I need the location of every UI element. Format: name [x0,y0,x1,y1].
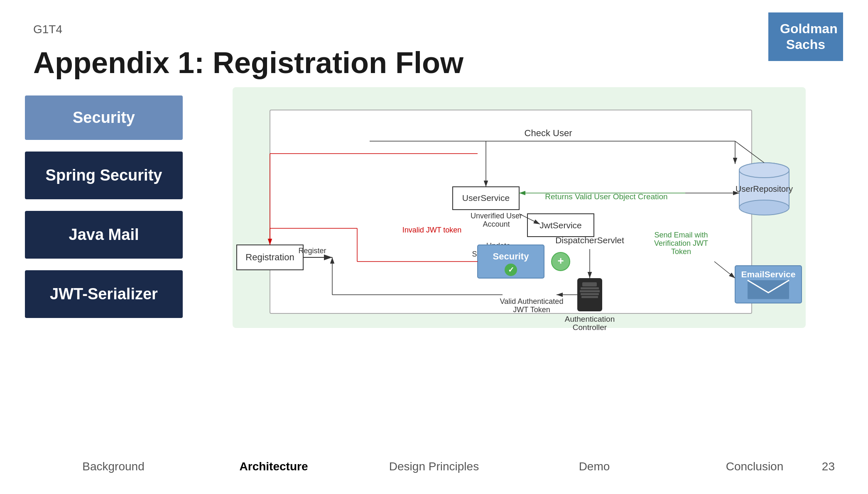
svg-rect-37 [582,282,597,286]
btn-security[interactable]: Security [25,95,183,140]
page-number: 23 [822,460,835,473]
svg-text:Register: Register [298,247,326,255]
sidebar-buttons: Security Spring Security Java Mail JWT-S… [25,95,183,318]
svg-text:Unverified User: Unverified User [471,212,522,220]
diagram-area: Registration Register Check User UserSer… [233,87,839,328]
nav-architecture[interactable]: Architecture [194,460,354,473]
svg-text:Token: Token [671,247,691,256]
nav-design-principles[interactable]: Design Principles [354,460,514,473]
svg-text:EmailService: EmailService [741,269,796,279]
svg-rect-40 [581,293,599,295]
svg-text:UserService: UserService [462,193,510,203]
btn-spring-security[interactable]: Spring Security [25,152,183,199]
svg-text:Verification JWT: Verification JWT [654,239,708,247]
goldman-sachs-logo: Goldman Sachs [768,12,843,61]
svg-text:Authentication: Authentication [565,315,615,323]
slide: G1T4 Goldman Sachs Appendix 1: Registrat… [0,0,868,494]
svg-text:Send Email with: Send Email with [654,231,708,239]
svg-text:Account: Account [483,220,510,228]
nav-demo[interactable]: Demo [514,460,674,473]
svg-rect-38 [581,287,599,289]
svg-text:UserRepository: UserRepository [736,184,793,193]
btn-java-mail[interactable]: Java Mail [25,211,183,259]
btn-jwt-serializer[interactable]: JWT-Serializer [25,270,183,318]
svg-rect-57 [748,280,789,299]
nav-bar: Background Architecture Design Principle… [0,460,868,473]
svg-text:Controller: Controller [573,323,607,332]
svg-text:+: + [557,254,564,267]
svg-point-52 [739,163,789,178]
slide-id: G1T4 [33,23,62,36]
svg-text:Returns Valid User Object Crea: Returns Valid User Object Creation [545,192,667,201]
svg-text:Registration: Registration [245,252,294,262]
slide-title: Appendix 1: Registration Flow [33,46,463,80]
svg-text:Valid Authenticated: Valid Authenticated [500,297,564,306]
svg-point-51 [739,200,789,215]
svg-text:DispatcherServlet: DispatcherServlet [555,235,624,245]
svg-rect-41 [581,296,598,298]
nav-conclusion[interactable]: Conclusion [674,460,835,473]
svg-text:JwtService: JwtService [539,220,582,230]
svg-rect-39 [580,290,600,292]
nav-background[interactable]: Background [33,460,194,473]
svg-text:Security: Security [493,251,530,262]
svg-text:Check User: Check User [525,128,572,138]
svg-text:✓: ✓ [508,266,514,274]
svg-text:JWT Token: JWT Token [513,306,550,314]
svg-text:Invalid JWT token: Invalid JWT token [402,226,462,234]
diagram-svg: Registration Register Check User UserSer… [233,87,839,328]
